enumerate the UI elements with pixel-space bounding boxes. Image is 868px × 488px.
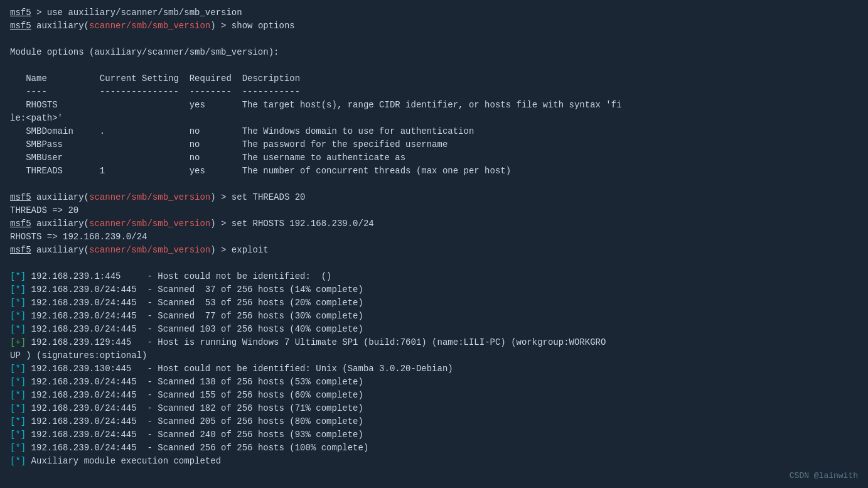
terminal-line: [*] 192.168.239.1:445 - Host could not b… <box>10 270 858 283</box>
terminal-line <box>10 257 858 270</box>
watermark: CSDN @lainwith <box>790 470 858 482</box>
terminal-line: msf5 auxiliary(scanner/smb/smb_version) … <box>10 217 858 230</box>
terminal-line: [*] 192.168.239.0/24:445 - Scanned 77 of… <box>10 310 858 323</box>
terminal-line: msf5 auxiliary(scanner/smb/smb_version) … <box>10 191 858 204</box>
terminal: msf5 > use auxiliary/scanner/smb/smb_ver… <box>10 6 858 468</box>
terminal-line: [*] 192.168.239.0/24:445 - Scanned 138 o… <box>10 376 858 389</box>
terminal-line: [+] 192.168.239.129:445 - Host is runnin… <box>10 336 858 349</box>
terminal-line: [*] 192.168.239.0/24:445 - Scanned 37 of… <box>10 283 858 296</box>
terminal-line: ---- --------------- -------- ----------… <box>10 85 858 99</box>
terminal-line: SMBPass no The password for the specifie… <box>10 138 858 151</box>
terminal-line: THREADS => 20 <box>10 204 858 217</box>
terminal-line: msf5 auxiliary(scanner/smb/smb_version) … <box>10 19 858 33</box>
terminal-line: [*] 192.168.239.0/24:445 - Scanned 240 o… <box>10 428 858 442</box>
terminal-line: RHOSTS => 192.168.239.0/24 <box>10 230 858 244</box>
terminal-line: [*] 192.168.239.130:445 - Host could not… <box>10 362 858 376</box>
terminal-line: UP ) (signatures:optional) <box>10 349 858 362</box>
terminal-line: [*] Auxiliary module execution completed <box>10 455 858 468</box>
terminal-line <box>10 178 858 191</box>
terminal-line: RHOSTS yes The target host(s), range CID… <box>10 99 858 112</box>
terminal-line: [*] 192.168.239.0/24:445 - Scanned 182 o… <box>10 402 858 415</box>
terminal-line: SMBDomain . no The Windows domain to use… <box>10 125 858 138</box>
terminal-line: msf5 > use auxiliary/scanner/smb/smb_ver… <box>10 6 858 19</box>
terminal-line: SMBUser no The username to authenticate … <box>10 151 858 165</box>
terminal-line: le:<path>' <box>10 112 858 125</box>
terminal-line: THREADS 1 yes The number of concurrent t… <box>10 165 858 178</box>
terminal-line: [*] 192.168.239.0/24:445 - Scanned 256 o… <box>10 442 858 455</box>
terminal-line: [*] 192.168.239.0/24:445 - Scanned 53 of… <box>10 296 858 310</box>
terminal-line: [*] 192.168.239.0/24:445 - Scanned 205 o… <box>10 415 858 428</box>
terminal-line: [*] 192.168.239.0/24:445 - Scanned 103 o… <box>10 323 858 336</box>
terminal-line: [*] 192.168.239.0/24:445 - Scanned 155 o… <box>10 389 858 402</box>
terminal-line: msf5 auxiliary(scanner/smb/smb_version) … <box>10 244 858 257</box>
terminal-line: Module options (auxiliary/scanner/smb/sm… <box>10 46 858 59</box>
terminal-line <box>10 33 858 46</box>
terminal-line: Name Current Setting Required Descriptio… <box>10 72 858 85</box>
terminal-line <box>10 59 858 72</box>
